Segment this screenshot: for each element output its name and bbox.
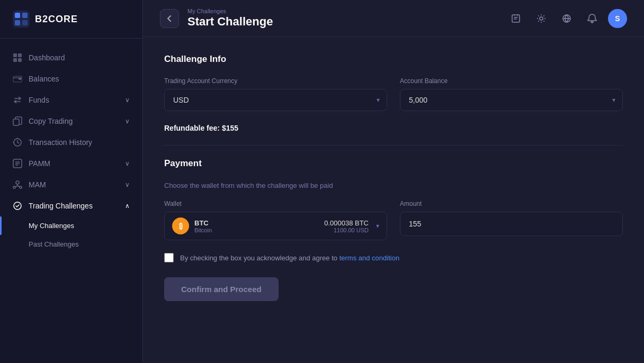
mam-chevron-icon: ∨ [125, 181, 130, 188]
sidebar-item-transaction-history-label: Transaction History [29, 138, 92, 147]
sidebar-item-trading-challenges-label: Trading Challenges [29, 202, 93, 210]
svg-rect-5 [13, 53, 17, 57]
svg-point-14 [16, 181, 19, 184]
breadcrumb: My Challenges [187, 8, 273, 14]
challenges-icon [13, 201, 22, 211]
page-title: Start Challenge [187, 15, 273, 29]
sidebar-item-past-challenges-label: Past Challenges [29, 240, 79, 248]
refundable-fee-value: $155 [222, 124, 238, 132]
checkbox-row: By checking the box you acknowledge and … [164, 253, 623, 262]
balance-select-wrapper: 5,000 10,000 25,000 ▾ [400, 89, 623, 111]
amount-input[interactable] [400, 212, 623, 236]
transfer-icon [13, 95, 22, 105]
sidebar-item-transaction-history[interactable]: Transaction History [0, 132, 142, 153]
sidebar-item-pamm[interactable]: PAMM ∨ [0, 153, 142, 174]
active-indicator [0, 216, 2, 235]
confirm-button[interactable]: Confirm and Proceed [164, 277, 279, 301]
gear-icon [536, 13, 547, 24]
topbar-actions: S [506, 9, 627, 28]
sidebar-item-dashboard[interactable]: Dashboard [0, 47, 142, 68]
svg-rect-2 [22, 13, 28, 18]
download-button[interactable] [506, 9, 525, 28]
logo-area: B2CORE [0, 0, 142, 39]
wallet-chevron-icon: ▾ [376, 222, 379, 230]
sidebar-item-balances[interactable]: Balances [0, 68, 142, 89]
balance-select[interactable]: 5,000 10,000 25,000 [400, 89, 623, 111]
nav-list: Dashboard Balances Funds ∨ Copy [0, 39, 142, 363]
form-row-account: Trading Account Currency USD EUR BTC ▾ A… [164, 77, 623, 111]
refundable-fee-label: Refundable fee: [164, 124, 220, 132]
back-arrow-icon [165, 14, 174, 23]
challenge-info-title: Challenge Info [164, 54, 623, 65]
wallet-balance-usd: 1100.00 USD [324, 227, 369, 233]
wallet-select[interactable]: ₿ BTC Bitcoin 0.000038 BTC 1100.00 USD ▾ [164, 212, 387, 240]
wallet-full-name: Bitcoin [194, 227, 319, 233]
svg-point-19 [540, 17, 543, 20]
sidebar: B2CORE Dashboard Balances [0, 0, 143, 363]
form-group-currency: Trading Account Currency USD EUR BTC ▾ [164, 77, 387, 111]
funds-chevron-icon: ∨ [125, 96, 130, 104]
notification-button[interactable] [583, 9, 602, 28]
wallet-name: BTC [194, 219, 319, 227]
trading-account-currency-label: Trading Account Currency [164, 77, 387, 85]
history-icon [13, 138, 22, 147]
copy-trading-chevron-icon: ∨ [125, 117, 130, 125]
currency-select[interactable]: USD EUR BTC [164, 89, 387, 111]
sidebar-item-pamm-label: PAMM [29, 159, 50, 168]
logo-icon [13, 11, 30, 28]
bell-icon [587, 13, 597, 24]
globe-icon [561, 13, 572, 24]
sidebar-item-past-challenges[interactable]: Past Challenges [0, 235, 142, 253]
wallet-info: BTC Bitcoin [194, 219, 319, 233]
svg-point-16 [20, 186, 22, 188]
topbar: My Challenges Start Challenge [143, 0, 644, 37]
copy-icon [13, 116, 22, 126]
svg-rect-6 [18, 53, 22, 57]
sidebar-item-copy-trading-label: Copy Trading [29, 117, 73, 125]
grid-icon [13, 53, 22, 62]
wallet-balance: 0.000038 BTC [324, 219, 369, 227]
svg-rect-18 [512, 15, 520, 22]
svg-rect-7 [13, 58, 17, 62]
sidebar-item-funds[interactable]: Funds ∨ [0, 89, 142, 111]
globe-button[interactable] [557, 9, 576, 28]
terms-checkbox[interactable] [164, 253, 174, 262]
wallet-label: Wallet [164, 200, 387, 207]
breadcrumb-area: My Challenges Start Challenge [187, 8, 273, 29]
svg-rect-1 [15, 13, 20, 18]
svg-point-15 [13, 186, 15, 188]
avatar[interactable]: S [608, 9, 627, 28]
back-button[interactable] [160, 9, 179, 28]
wallet-group: Wallet ₿ BTC Bitcoin 0.000038 BTC 1100.0… [164, 200, 387, 240]
svg-rect-11 [13, 119, 19, 125]
checkbox-label: By checking the box you acknowledge and … [180, 254, 399, 262]
sidebar-item-trading-challenges[interactable]: Trading Challenges ∧ [0, 195, 142, 216]
pamm-chevron-icon: ∨ [125, 160, 130, 167]
wallet-balance-info: 0.000038 BTC 1100.00 USD [324, 219, 369, 233]
pamm-icon [13, 159, 22, 168]
sidebar-item-my-challenges[interactable]: My Challenges [0, 216, 142, 235]
payment-description: Choose the wallet from which the challen… [164, 182, 623, 189]
trading-challenges-chevron-icon: ∧ [125, 202, 130, 210]
form-group-balance: Account Balance 5,000 10,000 25,000 ▾ [400, 77, 623, 111]
sidebar-item-my-challenges-label: My Challenges [29, 222, 74, 230]
section-divider [164, 145, 623, 146]
sidebar-item-mam-label: MAM [29, 180, 46, 189]
payment-title: Payment [164, 158, 623, 169]
download-icon [511, 13, 521, 24]
amount-label: Amount [400, 200, 623, 207]
terms-link[interactable]: terms and condition [339, 254, 399, 262]
sidebar-item-balances-label: Balances [29, 75, 59, 83]
currency-select-wrapper: USD EUR BTC ▾ [164, 89, 387, 111]
svg-rect-3 [15, 20, 20, 25]
settings-button[interactable] [532, 9, 551, 28]
mam-icon [13, 180, 22, 189]
wallet-amount-row: Wallet ₿ BTC Bitcoin 0.000038 BTC 1100.0… [164, 200, 623, 240]
sidebar-item-mam[interactable]: MAM ∨ [0, 174, 142, 195]
sidebar-item-funds-label: Funds [29, 96, 49, 104]
svg-rect-4 [22, 20, 28, 25]
refundable-fee: Refundable fee: $155 [164, 124, 623, 132]
svg-rect-8 [18, 58, 22, 62]
amount-group: Amount [400, 200, 623, 240]
sidebar-item-copy-trading[interactable]: Copy Trading ∨ [0, 111, 142, 132]
